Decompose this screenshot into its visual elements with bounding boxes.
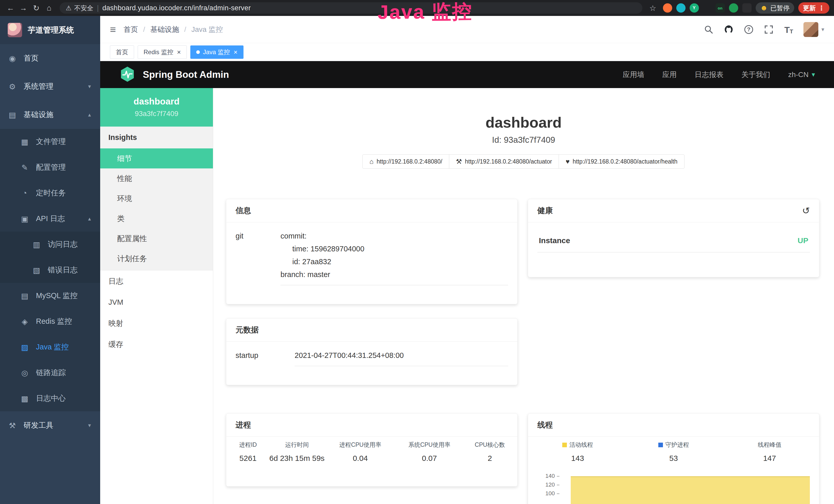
collapse-sidebar-icon[interactable]: ≡ [110, 24, 116, 35]
sidebar-item-scheduled-jobs[interactable]: ◔ 定时任务 [0, 180, 100, 206]
tab-redis-monitor[interactable]: Redis 监控 × [138, 45, 187, 59]
process-value: 6d 23h 15m 59s [268, 454, 326, 463]
on-badge-extension-icon[interactable]: on [716, 3, 725, 13]
close-icon[interactable]: × [177, 49, 181, 55]
sba-nav-about[interactable]: 关于我们 [742, 70, 770, 79]
sba-nav-journal[interactable]: 日志报表 [695, 70, 724, 79]
update-label: 更新 [803, 4, 816, 12]
sba-item-config-props[interactable]: 配置属性 [100, 229, 213, 249]
process-header: CPU核心数 [464, 441, 516, 449]
process-header: 系统CPU使用率 [395, 441, 464, 449]
forward-icon[interactable]: → [18, 2, 29, 14]
history-icon[interactable]: ↺ [802, 206, 810, 215]
sidebar-item-label: 日志中心 [36, 393, 66, 404]
kebab-menu-icon[interactable]: ⋮ [818, 4, 825, 12]
sba-brand-title[interactable]: Spring Boot Admin [143, 69, 229, 80]
tab-label: 首页 [116, 48, 128, 56]
teal-extension-icon[interactable] [676, 3, 685, 13]
search-icon[interactable] [703, 24, 714, 35]
address-bar[interactable]: ⚠ 不安全 | dashboard.yudao.iocoder.cn/infra… [60, 2, 642, 14]
sba-nav-wall[interactable]: 应用墙 [623, 70, 644, 79]
instance-header[interactable]: dashboard 93a3fc7f7409 [100, 88, 213, 127]
plug-extension-icon[interactable] [742, 3, 751, 13]
sidebar-item-access-log[interactable]: ▥ 访问日志 [0, 232, 100, 257]
user-menu[interactable]: ▾ [804, 22, 824, 37]
sba-item-scheduled-tasks[interactable]: 计划任务 [100, 249, 213, 269]
sba-item-jvm[interactable]: JVM [100, 292, 213, 313]
sidebar-item-home[interactable]: ◉ 首页 [0, 44, 100, 72]
threads-card-title: 线程 [537, 420, 553, 430]
app-main: ≡ 首页 / 基础设施 / Java 监控 ? [100, 16, 834, 504]
orange-extension-icon[interactable] [663, 3, 672, 13]
chevron-up-icon: ▴ [88, 215, 91, 222]
bookmark-star-icon[interactable]: ☆ [647, 2, 659, 14]
legend-live-threads: 活动线程 143 [530, 441, 626, 463]
sba-item-classes[interactable]: 类 [100, 208, 213, 229]
breadcrumb-separator: / [184, 25, 186, 33]
live-threads-area [571, 476, 810, 504]
sidebar-item-label: MySQL 监控 [36, 291, 78, 301]
fullscreen-icon[interactable] [763, 24, 774, 35]
actuator-url-label: http://192.168.0.2:48080/actuator [465, 158, 552, 165]
sidebar-item-mysql-monitor[interactable]: ▤ MySQL 监控 [0, 283, 100, 308]
url-text[interactable]: dashboard.yudao.iocoder.cn/infra/admin-s… [102, 4, 251, 12]
sba-nav-applications[interactable]: 应用 [662, 70, 677, 79]
browser-home-icon[interactable]: ⌂ [43, 2, 55, 14]
sba-item-performance[interactable]: 性能 [100, 168, 213, 188]
yellow-swatch [562, 443, 567, 447]
sidebar-item-label: API 日志 [36, 214, 65, 224]
close-icon[interactable]: × [234, 49, 238, 55]
screen: ← → ↻ ⌂ ⚠ 不安全 | dashboard.yudao.iocoder.… [0, 0, 834, 504]
sidebar-item-log-center[interactable]: ▩ 日志中心 [0, 386, 100, 411]
sidebar-item-system-management[interactable]: ⚙ 系统管理 ▾ [0, 72, 100, 101]
sba-item-mappings[interactable]: 映射 [100, 313, 213, 334]
breadcrumb-separator: / [143, 25, 145, 33]
sba-item-caches[interactable]: 缓存 [100, 334, 213, 355]
chevron-down-icon: ▾ [812, 71, 815, 78]
sidebar-item-infrastructure[interactable]: ▤ 基础设施 ▴ [0, 101, 100, 129]
sidebar-item-java-monitor[interactable]: ▨ Java 监控 [0, 334, 100, 360]
process-value: 0.07 [395, 454, 464, 463]
leaf-extension-icon[interactable] [729, 3, 738, 13]
sba-item-details[interactable]: 细节 [100, 148, 213, 168]
sba-main: dashboard Id: 93a3fc7f7409 ⌂ http://192.… [213, 88, 834, 504]
service-url-button[interactable]: ⌂ http://192.168.0.2:48080/ [363, 154, 449, 169]
sidebar-item-api-log[interactable]: ▣ API 日志 ▴ [0, 206, 100, 232]
sba-item-environment[interactable]: 环境 [100, 188, 213, 208]
locale-select[interactable]: zh-CN ▾ [788, 71, 815, 79]
trace-icon: ◎ [20, 368, 29, 377]
paused-badge[interactable]: ☻ 已暂停 [756, 2, 794, 14]
health-url-button[interactable]: ♥ http://192.168.0.2:48080/actuator/heal… [559, 154, 684, 169]
tab-java-monitor[interactable]: Java 监控 × [190, 45, 243, 59]
app-logo[interactable]: 芋道管理系统 [0, 16, 100, 44]
breadcrumb-infrastructure[interactable]: 基础设施 [150, 25, 179, 35]
help-icon[interactable]: ? [743, 24, 754, 35]
process-col-system-cpu: 系统CPU使用率 0.07 [395, 441, 464, 463]
sidebar-item-label: 首页 [24, 53, 39, 63]
security-warning-label[interactable]: 不安全 [74, 4, 93, 12]
font-size-icon[interactable]: TT [784, 24, 794, 35]
breadcrumb-home[interactable]: 首页 [124, 25, 138, 35]
legend-daemon-threads: 守护进程 53 [626, 441, 722, 463]
sidebar-item-redis-monitor[interactable]: ◈ Redis 监控 [0, 308, 100, 334]
green-y-extension-icon[interactable]: Y [690, 3, 699, 13]
actuator-url-button[interactable]: ⚒ http://192.168.0.2:48080/actuator [449, 154, 559, 169]
process-card-title: 进程 [236, 420, 251, 430]
sidebar-item-dev-tools[interactable]: ⚒ 研发工具 ▾ [0, 411, 100, 439]
reload-icon[interactable]: ↻ [30, 2, 42, 14]
chart-plot-area [571, 473, 810, 504]
tab-home[interactable]: 首页 [110, 45, 134, 59]
sidebar-item-link-tracing[interactable]: ◎ 链路追踪 [0, 360, 100, 386]
sidebar-item-file-management[interactable]: ▦ 文件管理 [0, 129, 100, 155]
puzzle-extension-icon[interactable] [703, 4, 711, 12]
sidebar-item-error-log[interactable]: ▧ 错误日志 [0, 257, 100, 283]
sidebar-item-config-management[interactable]: ✎ 配置管理 [0, 155, 100, 180]
back-icon[interactable]: ← [5, 2, 17, 14]
sba-item-logs[interactable]: 日志 [100, 271, 213, 292]
github-icon[interactable] [723, 24, 734, 35]
locale-label: zh-CN [788, 71, 809, 79]
sba-navbar: Spring Boot Admin 应用墙 应用 日志报表 关于我们 zh-CN… [100, 61, 834, 88]
info-git-row: git commit: time: 1596289704000 id: 27aa… [236, 230, 508, 285]
update-button[interactable]: 更新 ⋮ [798, 2, 829, 14]
sidebar-item-label: Redis 监控 [36, 316, 72, 327]
